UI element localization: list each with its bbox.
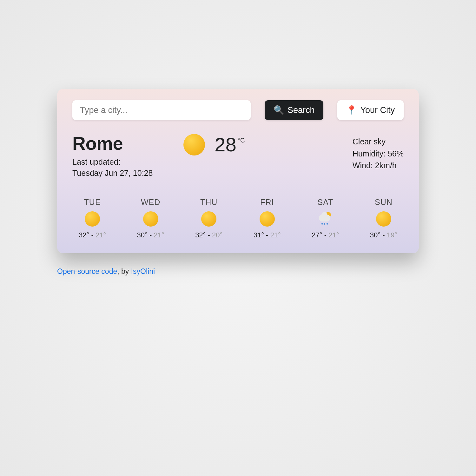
forecast-day-label: TUE	[84, 198, 101, 207]
forecast-hi-lo: 31° - 21°	[254, 231, 281, 239]
forecast-hi-lo: 27° - 21°	[312, 231, 339, 239]
credits-by: , by	[117, 267, 131, 275]
forecast-hi: 27°	[312, 231, 322, 239]
forecast-hi-lo: 32° - 21°	[79, 231, 106, 239]
rain-icon	[318, 211, 333, 227]
city-name: Rome	[72, 133, 168, 154]
forecast-row: TUE32° - 21°WED30° - 21°THU32° - 20°FRI3…	[72, 198, 404, 239]
your-city-button-label: Your City	[360, 105, 395, 115]
weather-card: 🔍 Search 📍 Your City Rome Last updated: …	[57, 89, 419, 253]
forecast-day-label: FRI	[260, 198, 274, 207]
forecast-hi: 31°	[254, 231, 264, 239]
forecast-dash: -	[148, 231, 154, 239]
open-source-link[interactable]: Open-source code	[57, 267, 117, 275]
search-button[interactable]: 🔍 Search	[265, 100, 324, 120]
forecast-hi-lo: 32° - 20°	[195, 231, 222, 239]
sun-icon	[143, 211, 158, 227]
humidity-row: Humidity: 56%	[353, 148, 404, 160]
forecast-lo: 21°	[328, 231, 339, 239]
wind-row: Wind: 2km/h	[353, 160, 404, 172]
your-city-button[interactable]: 📍 Your City	[337, 100, 404, 120]
temperature-unit: °C	[238, 137, 245, 144]
pin-icon: 📍	[346, 105, 357, 115]
forecast-day: SAT27° - 21°	[312, 198, 339, 239]
sun-icon	[85, 211, 100, 227]
forecast-lo: 19°	[387, 231, 397, 239]
wind-value: 2km/h	[375, 161, 397, 170]
forecast-hi: 32°	[195, 231, 206, 239]
forecast-dash: -	[380, 231, 387, 239]
forecast-lo: 21°	[270, 231, 281, 239]
forecast-hi: 32°	[79, 231, 89, 239]
current-left: Rome Last updated: Tuesday Jun 27, 10:28	[72, 133, 168, 179]
forecast-hi: 30°	[137, 231, 148, 239]
current-mid: 28 °C	[183, 134, 245, 155]
last-updated-time: Tuesday Jun 27, 10:28	[72, 168, 168, 179]
current-weather: Rome Last updated: Tuesday Jun 27, 10:28…	[72, 133, 404, 179]
sun-icon	[201, 211, 216, 227]
condition-text: Clear sky	[353, 136, 404, 148]
forecast-day: SUN30° - 19°	[370, 198, 397, 239]
forecast-dash: -	[206, 231, 212, 239]
sun-icon	[183, 134, 205, 155]
forecast-day-label: WED	[141, 198, 160, 207]
forecast-lo: 21°	[154, 231, 164, 239]
author-link[interactable]: IsyOlini	[131, 267, 155, 275]
temperature-value: 28	[215, 135, 236, 155]
current-details: Clear sky Humidity: 56% Wind: 2km/h	[353, 136, 404, 172]
forecast-day: TUE32° - 21°	[79, 198, 106, 239]
humidity-label: Humidity:	[353, 149, 388, 158]
sun-icon	[376, 211, 391, 227]
forecast-day: THU32° - 20°	[195, 198, 222, 239]
search-icon: 🔍	[274, 105, 284, 115]
forecast-dash: -	[264, 231, 270, 239]
humidity-value: 56%	[388, 149, 404, 158]
last-updated-label: Last updated:	[72, 156, 168, 168]
search-bar: 🔍 Search 📍 Your City	[72, 100, 404, 120]
forecast-hi-lo: 30° - 19°	[370, 231, 397, 239]
search-button-label: Search	[288, 105, 315, 115]
credits: Open-source code, by IsyOlini	[57, 267, 419, 276]
sun-icon	[260, 211, 275, 227]
forecast-day: WED30° - 21°	[137, 198, 164, 239]
forecast-lo: 21°	[96, 231, 106, 239]
forecast-lo: 20°	[212, 231, 222, 239]
temperature-wrap: 28 °C	[215, 135, 245, 155]
forecast-dash: -	[322, 231, 329, 239]
forecast-dash: -	[89, 231, 96, 239]
forecast-hi: 30°	[370, 231, 380, 239]
wind-label: Wind:	[353, 161, 375, 170]
forecast-day-label: SUN	[375, 198, 393, 207]
city-search-input[interactable]	[72, 100, 251, 120]
forecast-day-label: SAT	[317, 198, 333, 207]
forecast-day: FRI31° - 21°	[254, 198, 281, 239]
forecast-day-label: THU	[200, 198, 217, 207]
forecast-hi-lo: 30° - 21°	[137, 231, 164, 239]
